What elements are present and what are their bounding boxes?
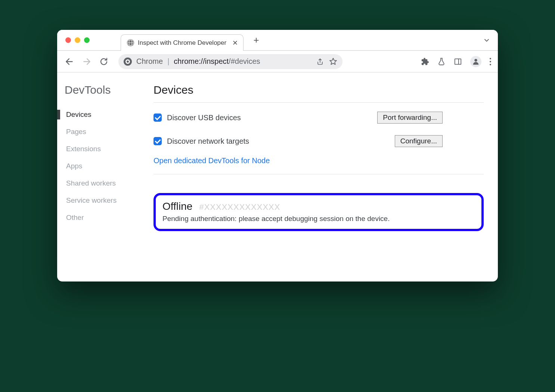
extensions-icon[interactable] xyxy=(421,57,429,66)
svg-point-7 xyxy=(474,59,477,61)
svg-point-4 xyxy=(128,40,134,46)
sidebar-item-other[interactable]: Other xyxy=(65,209,151,226)
address-bar[interactable]: Chrome | chrome://inspect/#devices xyxy=(118,54,342,69)
page-title: Devices xyxy=(154,84,484,103)
discover-usb-label: Discover USB devices xyxy=(167,113,241,122)
sidebar-item-extensions[interactable]: Extensions xyxy=(65,140,151,158)
toolbar: Chrome | chrome://inspect/#devices xyxy=(57,51,498,72)
browser-tab[interactable]: Inspect with Chrome Developer ✕ xyxy=(121,34,244,51)
forward-button[interactable] xyxy=(81,56,92,67)
svg-point-0 xyxy=(128,40,134,46)
reload-button[interactable] xyxy=(98,56,109,67)
page-content: DevTools Devices Pages Extensions Apps S… xyxy=(57,72,498,281)
sidebar-item-shared-workers[interactable]: Shared workers xyxy=(65,175,151,192)
side-panel-icon[interactable] xyxy=(454,57,462,66)
port-forwarding-button[interactable]: Port forwarding... xyxy=(377,112,443,124)
sidebar-title: DevTools xyxy=(65,84,151,96)
discover-usb-checkbox[interactable] xyxy=(154,113,162,122)
sidebar-item-label: Other xyxy=(66,214,84,221)
configure-button[interactable]: Configure... xyxy=(395,135,443,147)
discover-usb-row: Discover USB devices Port forwarding... xyxy=(154,112,484,124)
tab-title: Inspect with Chrome Developer xyxy=(138,39,226,47)
sidebar-item-service-workers[interactable]: Service workers xyxy=(65,192,151,209)
profile-avatar[interactable] xyxy=(470,56,481,67)
sidebar-item-label: Pages xyxy=(66,128,86,136)
device-status-box: Offline #XXXXXXXXXXXXX Pending authentic… xyxy=(154,193,484,231)
sidebar-item-label: Devices xyxy=(66,111,92,118)
minimize-window-button[interactable] xyxy=(75,37,80,43)
labs-icon[interactable] xyxy=(437,57,446,66)
tab-bar: Inspect with Chrome Developer ✕ + xyxy=(57,30,498,51)
url-separator: | xyxy=(167,57,169,66)
device-id: #XXXXXXXXXXXXX xyxy=(199,202,280,212)
svg-point-1 xyxy=(128,40,134,46)
node-link-row: Open dedicated DevTools for Node xyxy=(154,156,484,174)
maximize-window-button[interactable] xyxy=(84,37,90,43)
chrome-icon xyxy=(124,57,132,66)
tabs-dropdown-icon[interactable] xyxy=(483,37,490,44)
sidebar-item-devices[interactable]: Devices xyxy=(65,106,151,123)
close-window-button[interactable] xyxy=(65,37,71,43)
svg-point-2 xyxy=(129,40,132,46)
url-path: /#devices xyxy=(229,57,260,65)
back-button[interactable] xyxy=(64,56,75,67)
bookmark-star-icon[interactable] xyxy=(329,57,337,66)
svg-rect-5 xyxy=(455,59,461,64)
sidebar-item-label: Extensions xyxy=(66,145,101,153)
discover-network-label: Discover network targets xyxy=(167,137,249,146)
sidebar-item-label: Shared workers xyxy=(66,179,116,187)
discover-network-row: Discover network targets Configure... xyxy=(154,135,484,147)
browser-window: Inspect with Chrome Developer ✕ + Chrome… xyxy=(57,30,498,281)
url-scheme-label: Chrome xyxy=(136,57,163,66)
device-message: Pending authentication: please accept de… xyxy=(162,215,475,223)
sidebar-item-label: Service workers xyxy=(66,196,117,204)
sidebar-item-pages[interactable]: Pages xyxy=(65,123,151,140)
sidebar-item-label: Apps xyxy=(66,162,82,170)
share-icon[interactable] xyxy=(316,58,324,65)
discover-network-checkbox[interactable] xyxy=(154,137,162,145)
open-node-devtools-link[interactable]: Open dedicated DevTools for Node xyxy=(154,156,270,165)
sidebar-item-apps[interactable]: Apps xyxy=(65,158,151,175)
url-host: chrome://inspect xyxy=(174,57,229,65)
main-panel: Devices Discover USB devices Port forwar… xyxy=(151,84,491,259)
sidebar: DevTools Devices Pages Extensions Apps S… xyxy=(57,84,151,259)
new-tab-button[interactable]: + xyxy=(249,34,263,47)
window-controls xyxy=(65,37,90,43)
close-tab-icon[interactable]: ✕ xyxy=(232,39,238,47)
device-status-label: Offline xyxy=(162,200,192,212)
chrome-menu-icon[interactable] xyxy=(490,58,491,65)
globe-icon xyxy=(127,39,134,46)
